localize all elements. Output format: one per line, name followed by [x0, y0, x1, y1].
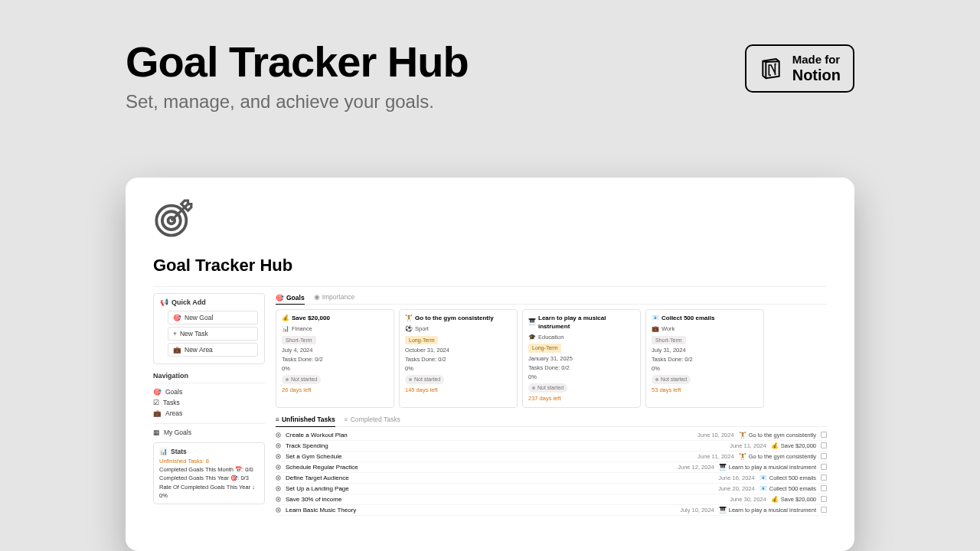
stats-year: Completed Goals This Year 🎯: 0/3: [159, 474, 259, 482]
task-row[interactable]: Define Target AudienceJune 16, 2024📧Coll…: [276, 473, 827, 484]
goal-tasks-done: Tasks Done: 0/2: [652, 356, 758, 364]
goal-card[interactable]: 🎹Learn to play a musical instrument🎓Educ…: [522, 309, 641, 408]
task-name: Track Spending: [286, 442, 328, 449]
task-row[interactable]: Create a Workout PlanJune 10, 2024🏋️Go t…: [276, 430, 827, 441]
task-checkbox[interactable]: [821, 496, 827, 502]
term-pill: Long-Term: [528, 344, 561, 352]
task-row[interactable]: Learn Basic Music TheoryJuly 10, 2024🎹Le…: [276, 505, 827, 516]
task-goal-emoji-icon: 🏋️: [739, 453, 746, 460]
notion-logo-icon: [759, 56, 783, 80]
task-goal-link[interactable]: 🎹Learn to play a musical instrument: [719, 507, 816, 514]
tab-importance[interactable]: ◉Importance: [314, 293, 355, 301]
svg-point-4: [277, 434, 279, 435]
task-checkbox[interactable]: [821, 507, 827, 513]
area-emoji-icon: 🎓: [528, 334, 536, 342]
new-goal-button[interactable]: 🎯New Goal: [168, 311, 258, 324]
goal-tasks-done: Tasks Done: 0/2: [528, 364, 635, 372]
goal-card[interactable]: 💰Save $20,000📊FinanceShort-TermJuly 4, 2…: [276, 309, 394, 408]
goal-emoji-icon: 🏋️: [405, 315, 413, 323]
task-bullet-icon: [276, 507, 281, 513]
svg-point-14: [277, 487, 279, 489]
page-title: Goal Tracker Hub: [126, 37, 469, 86]
goal-percent: 0%: [282, 365, 388, 373]
goal-card[interactable]: 🏋️Go to the gym consistently⚽SportLong-T…: [399, 309, 518, 408]
nav-my-goals[interactable]: ▦My Goals: [153, 427, 265, 438]
task-row[interactable]: Save 30% of incomeJune 30, 2024💰Save $20…: [276, 494, 827, 505]
task-goal-link[interactable]: 💰Save $20,000: [771, 496, 816, 503]
goal-card[interactable]: 📧Collect 500 emails💼WorkShort-TermJuly 3…: [645, 309, 764, 408]
task-goal-emoji-icon: 📧: [760, 474, 767, 481]
task-goal-emoji-icon: 📧: [760, 485, 767, 492]
stats-unfinished: Unfinished Tasks: 8: [159, 457, 259, 465]
task-bullet-icon: [276, 454, 281, 459]
grid-icon: ▦: [153, 429, 160, 436]
task-goal-link[interactable]: 🏋️Go to the gym consistently: [739, 432, 816, 439]
status-badge: Not started: [652, 375, 691, 383]
task-bullet-icon: [276, 475, 281, 481]
term-pill: Short-Term: [282, 336, 316, 344]
task-goal-link[interactable]: 🎹Learn to play a musical instrument: [719, 464, 816, 471]
goal-title: Learn to play a musical instrument: [538, 315, 635, 331]
days-left: 237 days left: [528, 395, 635, 403]
task-goal-emoji-icon: 🏋️: [739, 432, 746, 439]
check-icon: ☑: [153, 399, 159, 406]
goal-title: Collect 500 emails: [662, 315, 714, 323]
target-tab-icon: 🎯: [276, 294, 284, 302]
task-goal-emoji-icon: 🎹: [719, 464, 727, 471]
main-content: 🎯Goals ◉Importance 💰Save $20,000📊Finance…: [276, 293, 827, 516]
svg-point-12: [277, 477, 279, 478]
list-icon: ≡: [276, 416, 279, 423]
task-checkbox[interactable]: [821, 474, 827, 481]
task-row[interactable]: Schedule Regular PracticeJune 12, 2024🎹L…: [276, 462, 827, 473]
task-date: June 11, 2024: [697, 453, 734, 460]
tab-completed-tasks[interactable]: ≡Completed Tasks: [345, 416, 400, 423]
task-checkbox[interactable]: [821, 432, 827, 438]
task-name: Set a Gym Schedule: [286, 453, 341, 460]
task-date: June 11, 2024: [730, 442, 766, 449]
made-for-notion-badge: Made for Notion: [745, 44, 854, 93]
task-bullet-icon: [276, 497, 281, 502]
task-name: Learn Basic Music Theory: [286, 507, 356, 514]
new-area-button[interactable]: 💼New Area: [168, 343, 258, 357]
task-row[interactable]: Set a Gym ScheduleJune 11, 2024🏋️Go to t…: [276, 452, 827, 462]
goal-date: July 4, 2024: [282, 347, 388, 354]
svg-point-16: [277, 498, 279, 500]
task-row[interactable]: Set Up a Landing PageJune 20, 2024📧Colle…: [276, 484, 827, 494]
status-badge: Not started: [405, 375, 444, 383]
task-checkbox[interactable]: [821, 464, 827, 470]
task-goal-link[interactable]: 📧Collect 500 emails: [760, 485, 816, 492]
stats-pct: 0%: [159, 491, 259, 500]
navigation-title: Navigation: [153, 372, 265, 380]
task-date: June 20, 2024: [718, 485, 755, 492]
term-pill: Long-Term: [405, 336, 438, 344]
nav-tasks[interactable]: ☑Tasks: [153, 397, 265, 408]
task-bullet-icon: [276, 443, 281, 448]
briefcase-nav-icon: 💼: [153, 409, 162, 417]
tab-unfinished-tasks[interactable]: ≡Unfinished Tasks: [276, 416, 335, 427]
goal-percent: 0%: [405, 365, 511, 373]
goal-title: Save $20,000: [292, 315, 330, 323]
task-goal-link[interactable]: 💰Save $20,000: [771, 442, 816, 449]
task-goal-link[interactable]: 🏋️Go to the gym consistently: [739, 453, 816, 460]
task-row[interactable]: Track SpendingJune 11, 2024💰Save $20,000: [276, 441, 827, 452]
task-name: Schedule Regular Practice: [286, 464, 358, 471]
task-date: June 12, 2024: [678, 464, 714, 471]
new-task-button[interactable]: +New Task: [168, 327, 258, 341]
task-bullet-icon: [276, 486, 281, 491]
task-name: Define Target Audience: [286, 474, 349, 481]
sidebar: 📢Quick Add 🎯New Goal +New Task 💼New Area…: [153, 293, 265, 516]
target-icon: [153, 199, 193, 239]
status-badge: Not started: [282, 375, 321, 383]
task-goal-link[interactable]: 📧Collect 500 emails: [760, 474, 816, 481]
quick-add-box: 📢Quick Add 🎯New Goal +New Task 💼New Area: [153, 293, 265, 364]
task-checkbox[interactable]: [821, 453, 827, 459]
nav-goals[interactable]: 🎯Goals: [153, 386, 265, 397]
days-left: 53 days left: [652, 386, 758, 394]
nav-areas[interactable]: 💼Areas: [153, 408, 265, 419]
task-date: July 10, 2024: [680, 507, 714, 514]
task-checkbox[interactable]: [821, 442, 827, 448]
goal-emoji-icon: 🎹: [528, 318, 536, 327]
task-checkbox[interactable]: [821, 485, 827, 491]
task-goal-emoji-icon: 💰: [771, 442, 779, 449]
tab-goals[interactable]: 🎯Goals: [276, 293, 305, 305]
